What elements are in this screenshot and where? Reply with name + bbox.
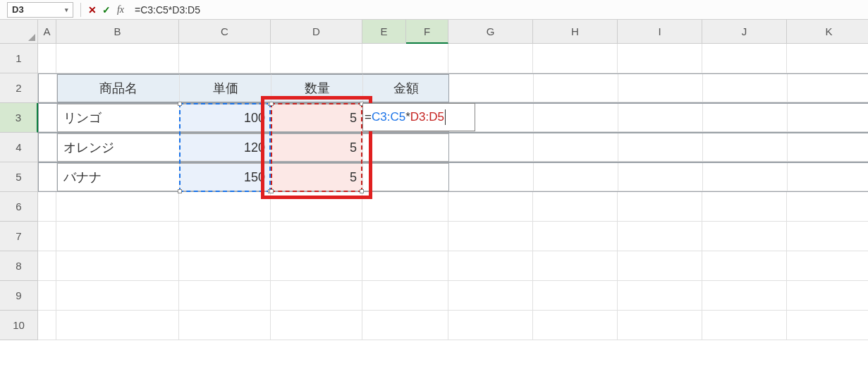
row-header-4[interactable]: 4 [0,133,38,162]
cell-D7[interactable] [271,222,362,251]
cell-C9[interactable] [179,281,271,311]
cell-B10[interactable] [56,311,179,340]
row-header-6[interactable]: 6 [0,192,38,222]
cell-A2[interactable] [39,74,57,102]
cell-C2[interactable]: 単価 [180,74,271,102]
row-header-1[interactable]: 1 [0,44,38,73]
cell-E1[interactable] [362,44,448,73]
cell-K6[interactable] [787,192,868,222]
cell-E8[interactable] [362,251,448,281]
row-header-5[interactable]: 5 [0,162,38,192]
cell-K7[interactable] [787,222,868,251]
cell-K4[interactable] [788,133,868,162]
row-header-2[interactable]: 2 [0,73,38,103]
cell-B5[interactable]: バナナ [57,163,180,191]
cell-D9[interactable] [271,281,362,311]
name-box[interactable]: D3 ▾ [7,2,73,18]
cell-C6[interactable] [179,192,271,222]
cell-K2[interactable] [788,74,868,102]
cell-B1[interactable] [56,44,179,73]
cell-J2[interactable] [703,74,788,102]
cell-B8[interactable] [56,251,179,281]
cell-J7[interactable] [702,222,787,251]
cell-J8[interactable] [702,251,787,281]
formula-input[interactable]: =C3:C5*D3:D5 [128,4,868,16]
cell-C7[interactable] [179,222,271,251]
cell-G9[interactable] [448,281,533,311]
cell-D2[interactable]: 数量 [271,74,363,102]
cell-H6[interactable] [533,192,618,222]
col-header-G[interactable]: G [448,20,533,44]
cell-C3[interactable]: 100 [180,104,271,132]
cell-J10[interactable] [702,311,787,340]
cell-D3[interactable]: 5 [271,104,363,132]
cell-H5[interactable] [534,163,618,191]
row-header-3[interactable]: 3 [0,103,38,133]
cell-formula-editor[interactable]: = C3:C5 * D3:D5 [362,103,475,131]
cell-B4[interactable]: オレンジ [57,133,180,162]
cell-H2[interactable] [534,74,618,102]
cell-I6[interactable] [618,192,702,222]
cell-H7[interactable] [533,222,618,251]
fx-icon[interactable]: fx [114,4,128,16]
cell-B9[interactable] [56,281,179,311]
cell-D1[interactable] [271,44,362,73]
cell-E2[interactable]: 金額 [363,74,449,102]
cell-I2[interactable] [618,74,703,102]
col-header-A[interactable]: A [38,20,56,44]
cell-J4[interactable] [703,133,788,162]
cell-D6[interactable] [271,192,362,222]
cell-K10[interactable] [787,311,868,340]
cell-G10[interactable] [448,311,533,340]
cell-K1[interactable] [787,44,868,73]
cell-D5[interactable]: 5 [271,163,363,191]
cell-A5[interactable] [39,163,57,191]
cell-I5[interactable] [618,163,703,191]
cell-C8[interactable] [179,251,271,281]
col-header-D[interactable]: D [271,20,362,44]
cell-A6[interactable] [38,192,56,222]
cell-I9[interactable] [618,281,702,311]
cell-C4[interactable]: 120 [180,133,271,162]
cell-H4[interactable] [534,133,618,162]
cell-A7[interactable] [38,222,56,251]
cell-I1[interactable] [618,44,702,73]
cell-E5[interactable] [363,163,449,191]
cell-J9[interactable] [702,281,787,311]
cell-C10[interactable] [179,311,271,340]
cell-I3[interactable] [618,104,703,132]
cell-C1[interactable] [179,44,271,73]
cell-A9[interactable] [38,281,56,311]
cell-G6[interactable] [448,192,533,222]
enter-icon[interactable]: ✓ [99,4,114,16]
cell-J6[interactable] [702,192,787,222]
cell-K3[interactable] [788,104,868,132]
cell-G1[interactable] [448,44,533,73]
chevron-down-icon[interactable]: ▾ [65,6,68,13]
cell-K8[interactable] [787,251,868,281]
cell-C5[interactable]: 150 [180,163,271,191]
cell-I7[interactable] [618,222,702,251]
cell-I8[interactable] [618,251,702,281]
cell-A4[interactable] [39,133,57,162]
cell-D4[interactable]: 5 [271,133,363,162]
cell-A10[interactable] [38,311,56,340]
cell-G4[interactable] [449,133,534,162]
col-header-E[interactable]: E [362,20,406,44]
cell-G7[interactable] [448,222,533,251]
cell-J1[interactable] [702,44,787,73]
cell-B2[interactable]: 商品名 [57,74,180,102]
cell-G8[interactable] [448,251,533,281]
cell-I4[interactable] [618,133,703,162]
cell-B6[interactable] [56,192,179,222]
row-header-10[interactable]: 10 [0,311,38,340]
cell-E4[interactable] [363,133,449,162]
cell-E9[interactable] [362,281,448,311]
row-header-8[interactable]: 8 [0,251,38,281]
cell-H10[interactable] [533,311,618,340]
cell-E10[interactable] [362,311,448,340]
row-header-7[interactable]: 7 [0,222,38,251]
row-header-9[interactable]: 9 [0,281,38,311]
cell-H8[interactable] [533,251,618,281]
cell-A8[interactable] [38,251,56,281]
